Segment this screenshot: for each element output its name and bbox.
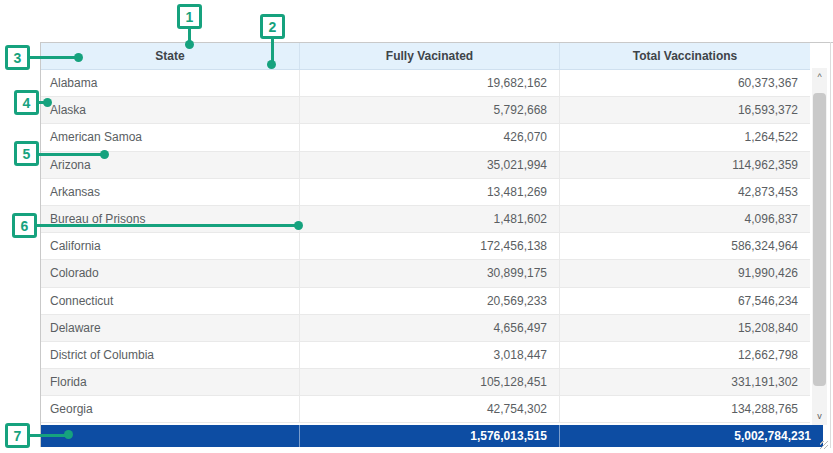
- annotation-dot-1: [185, 40, 194, 49]
- column-header-total-vaccinations[interactable]: Total Vaccinations: [560, 43, 810, 69]
- annotation-number: 4: [23, 96, 31, 110]
- state-cell: Arkansas: [41, 179, 300, 205]
- annotation-badge-7: 7: [5, 423, 30, 448]
- state-cell: Georgia: [41, 396, 300, 422]
- table-row[interactable]: Arkansas 13,481,269 42,873,453: [41, 179, 810, 206]
- total-total-vaccinations: 5,002,784,231: [560, 425, 823, 447]
- table-row[interactable]: Arizona 35,021,994 114,962,359: [41, 152, 810, 179]
- data-table: State Fully Vacinated Total Vaccinations…: [41, 43, 810, 423]
- total-state-cell: [41, 425, 300, 447]
- total-vaccinations-cell: 331,191,302: [560, 369, 810, 395]
- table-row[interactable]: Georgia 42,754,302 134,288,765: [41, 396, 810, 423]
- fully-vaccinated-cell: 105,128,451: [300, 369, 560, 395]
- annotation-number: 1: [186, 10, 194, 24]
- summary-total-row: 1,576,013,515 5,002,784,231: [41, 425, 823, 447]
- annotation-number: 6: [21, 219, 29, 233]
- scrollbar-thumb[interactable]: [813, 93, 826, 386]
- annotation-number: 7: [14, 429, 22, 443]
- annotation-number: 5: [23, 147, 31, 161]
- total-vaccinations-cell: 42,873,453: [560, 179, 810, 205]
- total-vaccinations-cell: 1,264,522: [560, 124, 810, 150]
- table-row[interactable]: Delaware 4,656,497 15,208,840: [41, 315, 810, 342]
- annotation-dot-7: [64, 430, 73, 439]
- fully-vaccinated-cell: 1,481,602: [300, 206, 560, 232]
- scroll-up-icon[interactable]: ^: [812, 70, 827, 84]
- total-vaccinations-cell: 12,662,798: [560, 342, 810, 368]
- state-cell: Bureau of Prisons: [41, 206, 300, 232]
- fully-vaccinated-cell: 19,682,162: [300, 70, 560, 96]
- annotation-connector-7: [29, 434, 68, 437]
- annotation-badge-6: 6: [12, 213, 37, 238]
- total-fully-vaccinated: 1,576,013,515: [300, 425, 560, 447]
- total-vaccinations-cell: 15,208,840: [560, 315, 810, 341]
- table-row[interactable]: Connecticut 20,569,233 67,546,234: [41, 288, 810, 315]
- fully-vaccinated-cell: 42,754,302: [300, 396, 560, 422]
- total-vaccinations-cell: 4,096,837: [560, 206, 810, 232]
- table-row[interactable]: California 172,456,138 586,324,964: [41, 233, 810, 260]
- table-row[interactable]: Alabama 19,682,162 60,373,367: [41, 70, 810, 97]
- annotation-number: 3: [14, 51, 22, 65]
- table-row[interactable]: American Samoa 426,070 1,264,522: [41, 124, 810, 151]
- state-cell: Alabama: [41, 70, 300, 96]
- state-cell: Alaska: [41, 97, 300, 123]
- fully-vaccinated-cell: 4,656,497: [300, 315, 560, 341]
- table-row[interactable]: Colorado 30,899,175 91,990,426: [41, 260, 810, 287]
- annotation-dot-5: [100, 150, 109, 159]
- annotation-badge-3: 3: [5, 45, 30, 70]
- table-row[interactable]: District of Columbia 3,018,447 12,662,79…: [41, 342, 810, 369]
- fully-vaccinated-cell: 20,569,233: [300, 288, 560, 314]
- state-cell: American Samoa: [41, 124, 300, 150]
- annotation-badge-4: 4: [14, 90, 39, 115]
- state-cell: California: [41, 233, 300, 259]
- annotation-dot-3: [74, 53, 83, 62]
- annotation-number: 2: [269, 20, 277, 34]
- table-row[interactable]: Bureau of Prisons 1,481,602 4,096,837: [41, 206, 810, 233]
- table-body: Alabama 19,682,162 60,373,367 Alaska 5,7…: [41, 70, 810, 423]
- column-header-fully-vaccinated[interactable]: Fully Vacinated: [300, 43, 560, 69]
- annotation-badge-1: 1: [177, 4, 202, 29]
- total-vaccinations-cell: 16,593,372: [560, 97, 810, 123]
- annotation-badge-2: 2: [260, 14, 285, 39]
- scroll-down-icon[interactable]: v: [812, 409, 827, 423]
- fully-vaccinated-cell: 426,070: [300, 124, 560, 150]
- table-row[interactable]: Alaska 5,792,668 16,593,372: [41, 97, 810, 124]
- fully-vaccinated-cell: 35,021,994: [300, 152, 560, 178]
- annotation-dot-4: [43, 98, 52, 107]
- total-vaccinations-cell: 91,990,426: [560, 260, 810, 286]
- state-cell: District of Columbia: [41, 342, 300, 368]
- table-widget-canvas: State Fully Vacinated Total Vaccinations…: [0, 0, 833, 453]
- fully-vaccinated-cell: 30,899,175: [300, 260, 560, 286]
- annotation-connector-6: [36, 224, 298, 227]
- state-cell: Florida: [41, 369, 300, 395]
- annotation-dot-2: [267, 60, 276, 69]
- annotation-badge-5: 5: [14, 141, 39, 166]
- total-vaccinations-cell: 134,288,765: [560, 396, 810, 422]
- fully-vaccinated-cell: 3,018,447: [300, 342, 560, 368]
- total-vaccinations-cell: 60,373,367: [560, 70, 810, 96]
- state-cell: Connecticut: [41, 288, 300, 314]
- state-cell: Delaware: [41, 315, 300, 341]
- total-vaccinations-cell: 67,546,234: [560, 288, 810, 314]
- annotation-connector-3: [29, 56, 78, 59]
- table-row[interactable]: Florida 105,128,451 331,191,302: [41, 369, 810, 396]
- vertical-scrollbar[interactable]: ^ v: [812, 68, 827, 425]
- annotation-dot-6: [294, 221, 303, 230]
- fully-vaccinated-cell: 13,481,269: [300, 179, 560, 205]
- fully-vaccinated-cell: 172,456,138: [300, 233, 560, 259]
- total-vaccinations-cell: 114,962,359: [560, 152, 810, 178]
- state-cell: Colorado: [41, 260, 300, 286]
- table-header-row: State Fully Vacinated Total Vaccinations: [41, 43, 810, 70]
- total-vaccinations-cell: 586,324,964: [560, 233, 810, 259]
- resize-grip-icon[interactable]: [820, 441, 828, 449]
- fully-vaccinated-cell: 5,792,668: [300, 97, 560, 123]
- frame-right-border: [830, 42, 831, 448]
- annotation-connector-5: [38, 153, 104, 156]
